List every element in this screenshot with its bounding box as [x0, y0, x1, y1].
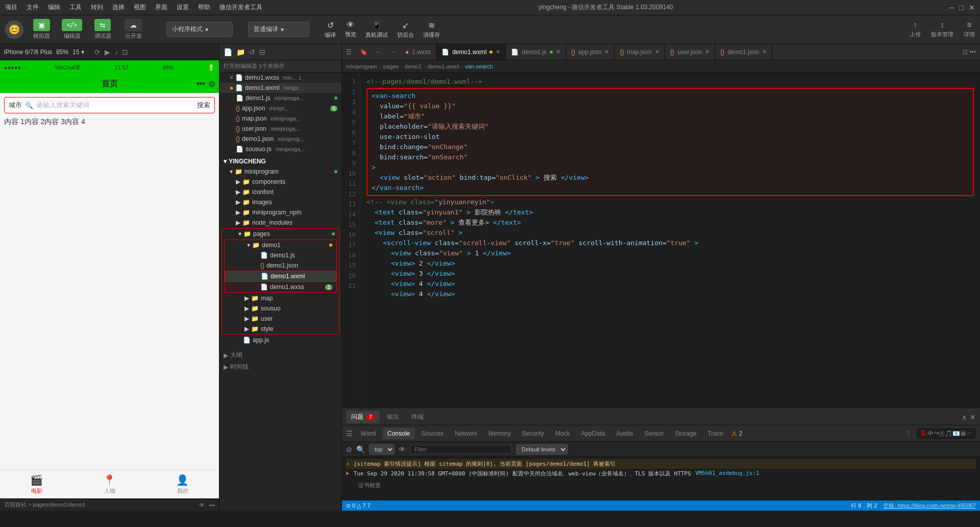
console-tab-problems[interactable]: 问题 7: [346, 411, 380, 423]
cloud-dev-button[interactable]: ☁ 云开发: [120, 19, 146, 40]
devtools-tab-console[interactable]: Console: [382, 428, 415, 439]
devtools-tab-trace[interactable]: Trace: [703, 428, 728, 439]
console-link[interactable]: VM5601_asdebug.js:1: [695, 470, 760, 476]
timeline-section[interactable]: ▶ 时间线: [219, 361, 341, 373]
tab-wxss[interactable]: ● 1.wxss: [400, 44, 436, 60]
forward-icon[interactable]: →: [386, 49, 400, 56]
console-close-icon[interactable]: ✕: [970, 413, 976, 421]
menu-item-project[interactable]: 项目: [5, 3, 17, 12]
expand-icon-2[interactable]: ▶: [346, 470, 350, 476]
menu-item-view[interactable]: 视图: [134, 3, 146, 12]
tab-map-json[interactable]: {} map.json ✕: [615, 44, 665, 60]
menu-item-settings[interactable]: 设置: [177, 3, 189, 12]
background-button[interactable]: ↙ 切后台: [397, 20, 414, 39]
console-collapse-icon[interactable]: ∧: [962, 413, 967, 421]
device-debug-button[interactable]: 📱 真机调试: [365, 20, 388, 39]
open-file-map-json[interactable]: {} map.json miniproga...: [219, 113, 341, 124]
refresh-icon[interactable]: ↺: [249, 48, 255, 56]
demo1-folder[interactable]: ▾ 📁 demo1: [225, 240, 336, 250]
open-file-sousuo-js[interactable]: 📄 sousuo.js miniproga...: [219, 144, 341, 154]
tabbar-person[interactable]: 📍 人物: [103, 474, 116, 495]
simulator-button[interactable]: ▣ 模拟器: [29, 19, 54, 40]
close-button[interactable]: ✕: [969, 4, 975, 12]
minimize-button[interactable]: ─: [949, 4, 954, 12]
tabbar-mine[interactable]: 👤 我的: [176, 474, 189, 495]
debugger-button[interactable]: ⇆ 调试器: [90, 19, 115, 40]
menu-item-wechat[interactable]: 微信开发者工具: [219, 3, 262, 12]
console-context-select[interactable]: top: [369, 444, 395, 454]
console-tab-output[interactable]: 输出: [382, 411, 404, 423]
console-eye-icon[interactable]: 👁: [399, 445, 406, 453]
device-selector[interactable]: iPhone 6/7/8 Plus 85% 15 ▾: [4, 49, 84, 56]
more-icon[interactable]: •••: [209, 502, 215, 508]
preview-button[interactable]: 👁 预览: [345, 20, 356, 38]
menu-item-edit[interactable]: 编辑: [48, 3, 60, 12]
devtools-menu-icon[interactable]: ☰: [346, 429, 353, 438]
console-filter-input[interactable]: [410, 445, 512, 454]
devtools-tab-appdata[interactable]: AppData: [576, 428, 610, 439]
compile-selector[interactable]: 普通编译 ▾: [248, 22, 309, 37]
devtools-tab-sensor[interactable]: Sensor: [640, 428, 669, 439]
root-folder[interactable]: ▾ YINGCHENG: [219, 156, 341, 166]
devtools-tab-sources[interactable]: Sources: [416, 428, 449, 439]
back-icon[interactable]: ←: [372, 49, 386, 56]
tab-app-json[interactable]: {} app.json ✕: [566, 44, 615, 60]
clear-cache-button[interactable]: ≋ 清缓存: [423, 20, 440, 39]
sidebar-toggle-icon[interactable]: ☰: [342, 49, 356, 56]
version-manage-button[interactable]: ↕ 版本管理: [931, 20, 953, 38]
menu-item-interface[interactable]: 界面: [155, 3, 167, 12]
menu-item-file[interactable]: 文件: [27, 3, 39, 12]
code-editor[interactable]: <!--pages/demo1/demo1.wxml--> <van-searc…: [360, 73, 980, 409]
demo1-js-file[interactable]: 📄 demo1.js: [225, 250, 336, 260]
menu-item-goto[interactable]: 转到: [91, 3, 103, 12]
demo1-json-file[interactable]: {} demo1.json: [225, 260, 336, 271]
images-folder[interactable]: ▶ 📁 images: [219, 197, 341, 207]
menu-item-tool[interactable]: 工具: [69, 3, 82, 12]
status-link[interactable]: 空格: https://blog.csdn.net/qq:485067: [883, 502, 976, 510]
menu-item-help[interactable]: 帮助: [198, 3, 210, 12]
node-modules-folder[interactable]: ▶ 📁 node_modules: [219, 218, 341, 228]
tab-js[interactable]: 📄 demo1.js ✕: [506, 44, 566, 60]
sousuo-subfolder[interactable]: ▶ 📁 sousuo: [222, 303, 339, 314]
map-subfolder[interactable]: ▶ 📁 map: [222, 293, 339, 303]
outline-section[interactable]: ▶ 大纲: [219, 349, 341, 361]
bookmark-icon[interactable]: 🔖: [356, 49, 372, 56]
maximize-button[interactable]: □: [960, 4, 964, 12]
mode-selector[interactable]: 小程序模式 ▾: [166, 22, 233, 37]
rotate-icon[interactable]: ⟳: [94, 48, 101, 56]
devtools-tab-wxml[interactable]: Wxml: [356, 428, 381, 439]
iconfont-folder[interactable]: ▶ 📁 iconfont: [219, 187, 341, 197]
new-file-icon[interactable]: 📄: [224, 48, 232, 56]
new-folder-icon[interactable]: 📁: [236, 48, 245, 56]
nav-dots[interactable]: ••• ⊙: [197, 79, 215, 89]
devtools-tab-memory[interactable]: Memory: [483, 428, 516, 439]
user-subfolder[interactable]: ▶ 📁 user: [222, 314, 339, 324]
tab-demo1-json[interactable]: {} demo1.json ✕: [715, 44, 772, 60]
search-button[interactable]: 搜索: [197, 101, 210, 110]
console-filter-icon[interactable]: 🔍: [356, 445, 365, 453]
breadcrumb-pages[interactable]: pages: [383, 63, 399, 69]
console-tab-terminal[interactable]: 终端: [406, 411, 429, 423]
miniprogram-npm-folder[interactable]: ▶ 📁 miniprogram_npm: [219, 207, 341, 218]
devtools-tab-audits[interactable]: Audits: [611, 428, 638, 439]
devtools-tab-network[interactable]: Network: [450, 428, 482, 439]
devtools-tab-storage[interactable]: Storage: [670, 428, 702, 439]
style-subfolder[interactable]: ▶ 📁 style: [222, 324, 339, 334]
open-file-js[interactable]: 📄 demo1.js miniproga...: [219, 93, 341, 103]
open-file-demo1-json[interactable]: {} demo1.json miniprog...: [219, 134, 341, 144]
breadcrumb-demo1-wxml[interactable]: demo1.wxml: [428, 63, 459, 69]
open-file-wxml[interactable]: ● 📄 demo1.wxml minipr...: [219, 83, 341, 93]
play-icon[interactable]: ▶: [105, 48, 110, 56]
volume-icon[interactable]: ♪: [114, 48, 118, 56]
collapse-icon[interactable]: ⊟: [259, 48, 265, 56]
open-file-wxss[interactable]: × 📄 demo1.wxss min... 1: [219, 73, 341, 83]
tab-user-json[interactable]: {} user.json ✕: [665, 44, 715, 60]
devtools-more-icon[interactable]: ⋮: [905, 430, 912, 437]
eye-icon[interactable]: 👁: [199, 502, 205, 508]
demo1-wxml-file[interactable]: 📄 demo1.wxml: [225, 271, 336, 282]
breadcrumb-demo1[interactable]: demo1: [404, 63, 422, 69]
pages-folder[interactable]: ▾ 📁 pages: [222, 229, 339, 239]
search-placeholder[interactable]: 请输入搜索关键词: [36, 101, 194, 110]
copy-icon[interactable]: ⊡: [122, 48, 128, 56]
console-clear-icon[interactable]: ⊘: [346, 445, 352, 453]
